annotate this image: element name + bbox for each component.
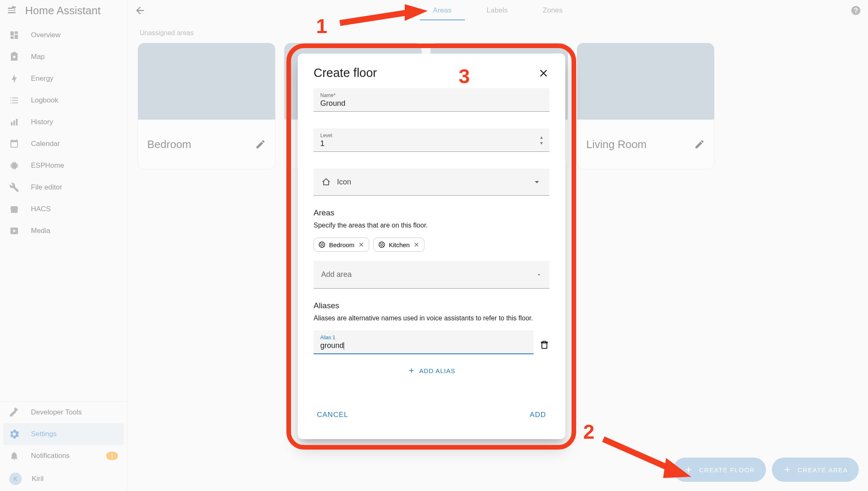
aliases-section-desc: Aliases are alternative names used in vo… (314, 315, 549, 322)
level-value: 1 (320, 139, 543, 148)
area-chip: Kitchen (373, 238, 424, 252)
alias-value: ground (320, 341, 527, 350)
area-chip: Bedroom (314, 238, 369, 252)
dropdown-icon (532, 177, 542, 187)
dropdown-icon (536, 272, 542, 278)
dialog-header: Create floor (314, 66, 549, 80)
delete-alias-icon[interactable] (539, 340, 549, 350)
add-area-field[interactable]: Add area (314, 261, 549, 289)
create-floor-dialog: Create floor Name* Ground Level 1 ▴▾ Ico… (298, 54, 565, 439)
icon-label: Icon (337, 178, 351, 187)
areas-section-title: Areas (314, 208, 549, 217)
alias-row: Alias 1 ground (314, 330, 549, 354)
add-alias-label: ADD ALIAS (419, 367, 456, 374)
area-chips: Bedroom Kitchen (314, 238, 549, 252)
icon-field[interactable]: Icon (314, 169, 549, 196)
add-area-label: Add area (321, 270, 352, 279)
level-label: Level (320, 133, 543, 138)
stepper-icon[interactable]: ▴▾ (540, 134, 543, 146)
alias-field[interactable]: Alias 1 ground (314, 330, 534, 354)
chip-label: Kitchen (389, 241, 410, 248)
dialog-title: Create floor (314, 66, 377, 80)
name-value: Ground (320, 99, 543, 108)
level-field[interactable]: Level 1 ▴▾ (314, 128, 549, 152)
close-icon[interactable] (538, 67, 549, 79)
name-field[interactable]: Name* Ground (314, 88, 549, 112)
add-alias-button[interactable]: ADD ALIAS (314, 354, 549, 383)
name-label: Name* (320, 92, 543, 98)
dialog-actions: CANCEL ADD (314, 403, 549, 427)
remove-chip-icon[interactable] (413, 241, 420, 248)
plus-icon (408, 367, 415, 374)
alias-label: Alias 1 (320, 335, 527, 340)
texture-icon (318, 241, 326, 248)
texture-icon (378, 241, 385, 248)
home-icon (321, 177, 331, 187)
chip-label: Bedroom (329, 241, 355, 248)
cancel-button[interactable]: CANCEL (314, 407, 352, 422)
aliases-section-title: Aliases (314, 301, 549, 310)
add-button[interactable]: ADD (526, 407, 549, 422)
remove-chip-icon[interactable] (358, 241, 365, 248)
areas-section-desc: Specify the areas that are on this floor… (314, 222, 549, 229)
